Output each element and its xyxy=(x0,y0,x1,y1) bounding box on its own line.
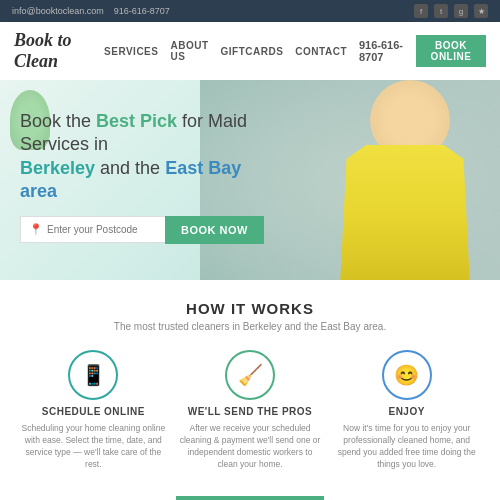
how-it-works-section: HOW IT WORKS The most trusted cleaners i… xyxy=(0,280,500,486)
step-send-pros: 🧹 WE'LL SEND THE PROS After we receive y… xyxy=(177,350,324,471)
phone-label: 916-616-8707 xyxy=(114,6,170,16)
nav-links: SERVICES ABOUT US GIFTCARDS CONTACT 916-… xyxy=(104,35,486,67)
googleplus-icon[interactable]: g xyxy=(454,4,468,18)
facebook-icon[interactable]: f xyxy=(414,4,428,18)
step-schedule: 📱 SCHEDULE ONLINE Scheduling your home c… xyxy=(20,350,167,471)
step-send-pros-title: WE'LL SEND THE PROS xyxy=(188,406,312,417)
social-icons: f t g ★ xyxy=(414,4,488,18)
nav-services[interactable]: SERVICES xyxy=(104,46,158,57)
step-enjoy-desc: Now it's time for you to enjoy your prof… xyxy=(333,423,480,471)
hero-title: Book the Best Pick for Maid Services in … xyxy=(20,110,255,204)
nav-about[interactable]: ABOUT US xyxy=(170,40,208,62)
nav-contact[interactable]: CONTACT xyxy=(295,46,347,57)
section-title: HOW IT WORKS xyxy=(20,300,480,317)
postcode-input-wrap: 📍 xyxy=(20,216,165,243)
step-enjoy-title: ENJOY xyxy=(388,406,424,417)
hero-highlight-best-pick: Best Pick xyxy=(96,111,177,131)
email-label: info@booktoclean.com xyxy=(12,6,104,16)
hero-section: Book the Best Pick for Maid Services in … xyxy=(0,80,500,280)
top-bar-contact: info@booktoclean.com 916-616-8707 xyxy=(12,6,170,16)
send-pros-icon: 🧹 xyxy=(225,350,275,400)
enjoy-icon: 😊 xyxy=(382,350,432,400)
step-schedule-title: SCHEDULE ONLINE xyxy=(42,406,145,417)
get-started-section: GET STARTED! xyxy=(0,486,500,500)
step-enjoy: 😊 ENJOY Now it's time for you to enjoy y… xyxy=(333,350,480,471)
book-now-button[interactable]: BOOK NOW xyxy=(165,216,264,244)
step-schedule-desc: Scheduling your home cleaning online wit… xyxy=(20,423,167,471)
schedule-icon: 📱 xyxy=(68,350,118,400)
nav-phone: 916-616-8707 xyxy=(359,39,404,63)
hero-content: Book the Best Pick for Maid Services in … xyxy=(0,80,275,259)
navbar: Book to Clean SERVICES ABOUT US GIFTCARD… xyxy=(0,22,500,80)
get-started-button[interactable]: GET STARTED! xyxy=(176,496,324,500)
section-subtitle: The most trusted cleaners in Berkeley an… xyxy=(20,321,480,332)
twitter-icon[interactable]: t xyxy=(434,4,448,18)
search-bar: 📍 BOOK NOW xyxy=(20,216,255,244)
location-icon: 📍 xyxy=(29,223,47,236)
top-bar: info@booktoclean.com 916-616-8707 f t g … xyxy=(0,0,500,22)
logo[interactable]: Book to Clean xyxy=(14,30,104,72)
nav-giftcards[interactable]: GIFTCARDS xyxy=(221,46,284,57)
hero-highlight-berkeley: Berkeley xyxy=(20,158,95,178)
step-send-pros-desc: After we receive your scheduled cleaning… xyxy=(177,423,324,471)
hero-cleaner-image xyxy=(300,80,470,280)
steps-container: 📱 SCHEDULE ONLINE Scheduling your home c… xyxy=(20,350,480,471)
postcode-input[interactable] xyxy=(47,217,157,242)
hero-title-pre: Book the xyxy=(20,111,96,131)
star-icon[interactable]: ★ xyxy=(474,4,488,18)
book-online-button[interactable]: BOOK ONLINE xyxy=(416,35,486,67)
hero-title-mid2: and the xyxy=(95,158,165,178)
